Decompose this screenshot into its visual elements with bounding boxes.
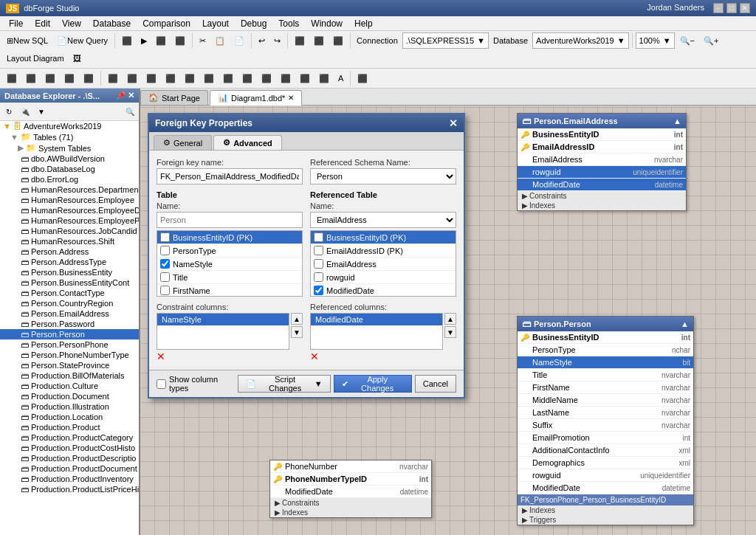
tree-table-8[interactable]: 🗃HumanResources.Shift [0,236,139,246]
toolbar2-btn-14[interactable]: ⬛ [258,70,275,86]
tree-root[interactable]: ▼ 🗄 AdventureWorks2019 [0,121,139,131]
toolbar2-btn-5[interactable]: ⬛ [80,70,97,86]
redo-button[interactable]: ↪ [270,32,284,49]
zoom-in-button[interactable]: 🔍+ [700,32,722,49]
toolbar2-btn-8[interactable]: ⬛ [142,70,160,86]
menu-edit[interactable]: Edit [29,17,56,30]
toolbar2-btn-6[interactable]: ⬛ [104,70,122,86]
zoom-dropdown[interactable]: 100% ▼ [636,32,675,49]
tree-system-tables[interactable]: ▶ 📁 System Tables [0,142,139,153]
search-panel-button[interactable]: 🔍 [123,104,137,119]
col-item[interactable]: FirstName [157,284,302,297]
toolbar2-btn-15[interactable]: ⬛ [277,70,295,86]
col-item[interactable]: NameStyle [157,258,302,271]
col-checkbox[interactable] [314,232,323,242]
toolbar2-btn-7[interactable]: ⬛ [123,70,141,86]
toolbar2-btn-18[interactable]: A [334,70,347,86]
tree-table-15[interactable]: 🗃Person.EmailAddress [0,308,139,319]
toolbar2-btn-12[interactable]: ⬛ [219,70,237,86]
minimize-button[interactable]: − [713,3,724,13]
maximize-button[interactable]: □ [726,3,737,13]
tree-table-28[interactable]: 🗃Production.ProductCostHisto [0,443,139,453]
new-sql-button[interactable]: ⊞ New SQL [3,32,52,49]
menu-database[interactable]: Database [87,17,137,30]
tree-table-22[interactable]: 🗃Production.Culture [0,381,139,391]
toolbar2-btn-9[interactable]: ⬛ [162,70,179,86]
dialog-tab-advanced[interactable]: ⚙ Advanced [213,135,282,150]
toolbar2-btn-19[interactable]: ⬛ [354,70,371,86]
col-checkbox[interactable] [160,272,170,282]
toolbar-btn-4[interactable]: ⬛ [171,32,189,49]
tree-table-19[interactable]: 🗃Person.PhoneNumberType [0,350,139,360]
toolbar-btn-img[interactable]: 🖼 [69,50,85,66]
menu-view[interactable]: View [56,17,87,30]
toolbar2-btn-1[interactable]: ⬛ [3,70,21,86]
delete-ref-col-btn[interactable]: ✕ [310,351,319,362]
diagram-area[interactable]: 🗃 Person.EmailAddress ▲ 🔑 BusinessEntity… [140,106,756,535]
toolbar-btn-5[interactable]: ✂ [196,32,210,49]
tab-start-page[interactable]: 🏠 Start Page [140,90,208,105]
dialog-close-button[interactable]: ✕ [449,117,458,129]
menu-tools[interactable]: Tools [272,17,305,30]
tree-table-1[interactable]: 🗃dbo.DatabaseLog [0,164,139,174]
tree-table-9[interactable]: 🗃Person.Address [0,246,139,257]
ref-table-select[interactable]: EmailAddress [310,212,456,228]
toolbar2-btn-13[interactable]: ⬛ [238,70,256,86]
remove-ref-col-btn[interactable]: ▼ [444,326,456,338]
connection-dropdown[interactable]: .\SQLEXPRESS15 ▼ [402,32,489,49]
toolbar2-btn-2[interactable]: ⬛ [22,70,40,86]
tree-table-26[interactable]: 🗃Production.Product [0,422,139,432]
tree-table-30[interactable]: 🗃Production.ProductDocument [0,463,139,474]
tree-table-11[interactable]: 🗃Person.BusinessEntity [0,267,139,277]
col-checkbox[interactable] [160,286,170,295]
ref-col-item[interactable]: ModifiedDate [311,314,442,325]
menu-layout[interactable]: Layout [196,17,235,30]
tree-table-13[interactable]: 🗃Person.ContactType [0,288,139,298]
tree-table-27[interactable]: 🗃Production.ProductCategory [0,432,139,443]
toolbar2-btn-10[interactable]: ⬛ [181,70,199,86]
add-ref-col-btn[interactable]: ▲ [444,313,456,325]
connect-button[interactable]: 🔌 [18,104,32,119]
col-checkbox[interactable] [314,259,323,269]
toolbar-btn-1[interactable]: ⬛ [118,32,136,49]
tree-table-29[interactable]: 🗃Production.ProductDescriptio [0,453,139,463]
toolbar2-btn-11[interactable]: ⬛ [200,70,218,86]
ref-schema-select[interactable]: Person [310,168,456,184]
show-column-types-checkbox[interactable] [157,379,166,389]
col-item[interactable]: BusinessEntityID (PK) [157,231,302,244]
filter-button[interactable]: ▼ [34,104,49,119]
zoom-out-button[interactable]: 🔍− [676,32,698,49]
tree-table-18[interactable]: 🗃Person.PersonPhone [0,339,139,350]
tab-diagram[interactable]: 📊 Diagram1.dbd* ✕ [210,90,302,106]
menu-debug[interactable]: Debug [235,17,272,30]
close-panel-icon[interactable]: ✕ [128,91,134,100]
col-item[interactable]: EmailAddress [311,258,456,271]
tree-tables-group[interactable]: ▼ 📁 Tables (71) [0,131,139,142]
menu-comparison[interactable]: Comparison [137,17,196,30]
database-dropdown[interactable]: AdventureWorks2019 ▼ [532,32,628,49]
tree-table-5[interactable]: 🗃HumanResources.EmployeeD [0,205,139,215]
toolbar-btn-2[interactable]: ▶ [137,32,151,49]
constraint-item[interactable]: NameStyle [157,314,289,325]
tree-table-21[interactable]: 🗃Production.BillOfMaterials [0,370,139,381]
tree-table-16[interactable]: 🗃Person.Password [0,319,139,329]
toolbar-btn-9[interactable]: ⬛ [310,32,328,49]
tree-table-23[interactable]: 🗃Production.Document [0,391,139,401]
tree-table-14[interactable]: 🗃Person.CountryRegion [0,298,139,308]
tree-table-31[interactable]: 🗃Production.ProductInventory [0,474,139,484]
tree-table-2[interactable]: 🗃dbo.ErrorLog [0,174,139,184]
toolbar2-btn-17[interactable]: ⬛ [315,70,333,86]
col-item[interactable]: Title [157,271,302,284]
dialog-tab-general[interactable]: ⚙ General [154,135,212,150]
toolbar2-btn-4[interactable]: ⬛ [61,70,78,86]
tree-table-0[interactable]: 🗃dbo.AWBuildVersion [0,153,139,164]
menu-window[interactable]: Window [305,17,348,30]
refresh-button[interactable]: ↻ [1,104,16,119]
toolbar-btn-6[interactable]: 📋 [211,32,229,49]
pin-icon[interactable]: 📌 [116,91,126,100]
col-item[interactable]: EmailAddressID (PK) [311,244,456,258]
col-item[interactable]: rowguid [311,271,456,284]
undo-button[interactable]: ↩ [255,32,269,49]
tree-table-10[interactable]: 🗃Person.AddressType [0,257,139,267]
toolbar2-btn-16[interactable]: ⬛ [296,70,314,86]
